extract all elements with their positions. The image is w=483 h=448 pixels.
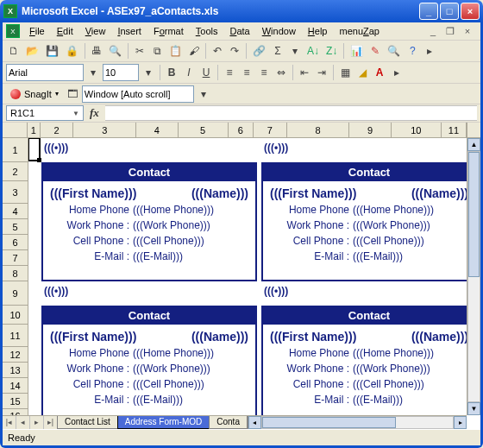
- borders-icon[interactable]: ▦: [337, 64, 353, 81]
- row-header[interactable]: 10: [3, 306, 28, 325]
- menu-data[interactable]: Data: [223, 24, 255, 38]
- menu-help[interactable]: Help: [302, 24, 334, 38]
- sort-desc-icon[interactable]: Z↓: [323, 42, 340, 60]
- row-header[interactable]: 6: [3, 235, 28, 250]
- sort-asc-icon[interactable]: A↓: [304, 42, 322, 60]
- font-color-icon[interactable]: A: [372, 64, 387, 81]
- bold-icon[interactable]: B: [164, 64, 179, 81]
- print-preview-icon[interactable]: 🔍: [106, 42, 124, 60]
- row-header[interactable]: 13: [3, 363, 28, 378]
- col-header[interactable]: 4: [136, 123, 178, 138]
- menu-file[interactable]: File: [23, 24, 51, 38]
- new-icon[interactable]: 🗋: [6, 42, 22, 60]
- doc-restore-button[interactable]: ❐: [444, 25, 456, 37]
- row-header[interactable]: 9: [3, 281, 28, 306]
- menu-edit[interactable]: Edit: [51, 24, 79, 38]
- menu-format[interactable]: Format: [147, 24, 190, 38]
- fx-icon[interactable]: fx: [86, 106, 103, 120]
- snagit-window-icon[interactable]: 🗔: [65, 85, 80, 103]
- dropdown-icon[interactable]: ▾: [287, 42, 303, 60]
- format-painter-icon[interactable]: 🖌: [186, 42, 202, 60]
- col-header[interactable]: 6: [229, 123, 254, 138]
- col-header[interactable]: 3: [73, 123, 136, 138]
- vertical-scrollbar[interactable]: ▲ ▼: [467, 123, 480, 414]
- row-header[interactable]: 1: [3, 138, 28, 162]
- doc-minimize-button[interactable]: _: [427, 25, 439, 37]
- vscroll-thumb[interactable]: [468, 152, 480, 276]
- select-all-button[interactable]: [3, 123, 28, 138]
- row-header[interactable]: 11: [3, 325, 28, 347]
- workbook-icon[interactable]: X: [6, 24, 20, 38]
- row-header[interactable]: 5: [3, 219, 28, 235]
- formula-bar[interactable]: [105, 105, 477, 121]
- align-center-icon[interactable]: ≡: [239, 64, 254, 81]
- menu-window[interactable]: Window: [256, 24, 302, 38]
- font-size-dd-icon[interactable]: ▾: [141, 64, 156, 81]
- menu-tools[interactable]: Tools: [190, 24, 224, 38]
- hscroll-thumb[interactable]: [262, 417, 396, 428]
- col-header[interactable]: 5: [179, 123, 229, 138]
- indent-decrease-icon[interactable]: ⇤: [297, 64, 312, 81]
- name-box-dd-icon[interactable]: ▼: [72, 110, 79, 117]
- sheet-tab[interactable]: Conta: [209, 416, 248, 429]
- drawing-icon[interactable]: ✎: [367, 42, 383, 60]
- hyperlink-icon[interactable]: 🔗: [250, 42, 268, 60]
- tab-last-icon[interactable]: ▸|: [44, 416, 58, 429]
- row-header[interactable]: 8: [3, 266, 28, 281]
- merge-center-icon[interactable]: ⇔: [273, 64, 289, 81]
- font-name-select[interactable]: [6, 64, 84, 81]
- open-icon[interactable]: 📂: [23, 42, 41, 60]
- sheet-grid[interactable]: (((•)))(((•)))Contact(((First Name)))(((…: [28, 138, 467, 414]
- align-left-icon[interactable]: ≡: [222, 64, 237, 81]
- scroll-up-icon[interactable]: ▲: [467, 138, 480, 151]
- fill-color-icon[interactable]: ◢: [354, 64, 370, 81]
- row-header[interactable]: 3: [3, 181, 28, 204]
- sheet-tab[interactable]: Contact List: [57, 416, 118, 429]
- snagit-window-select[interactable]: [82, 85, 194, 103]
- snagit-button[interactable]: SnagIt ▾: [6, 87, 63, 101]
- font-size-select[interactable]: [103, 64, 139, 81]
- row-header[interactable]: 15: [3, 394, 28, 409]
- undo-icon[interactable]: ↶: [210, 42, 225, 60]
- sheet-tab[interactable]: Address Form-MOD: [117, 416, 210, 429]
- name-box[interactable]: R1C1 ▼: [6, 105, 84, 121]
- menu-menuzap[interactable]: menuZap: [333, 24, 386, 38]
- close-button[interactable]: ×: [461, 3, 480, 20]
- print-icon[interactable]: 🖶: [89, 42, 104, 60]
- row-header[interactable]: 7: [3, 250, 28, 266]
- save-icon[interactable]: 💾: [43, 42, 61, 60]
- tab-first-icon[interactable]: |◂: [3, 416, 16, 429]
- scroll-down-icon[interactable]: ▼: [467, 402, 480, 415]
- col-header[interactable]: 8: [287, 123, 350, 138]
- snagit-window-dd-icon[interactable]: ▾: [196, 85, 211, 103]
- row-header[interactable]: 4: [3, 204, 28, 219]
- tab-prev-icon[interactable]: ◂: [16, 416, 30, 429]
- col-header[interactable]: 9: [349, 123, 391, 138]
- maximize-button[interactable]: □: [440, 3, 459, 20]
- snagit-dd-icon[interactable]: ▾: [55, 90, 59, 98]
- menu-insert[interactable]: Insert: [111, 24, 147, 38]
- row-header[interactable]: 14: [3, 378, 28, 394]
- minimize-button[interactable]: _: [419, 3, 438, 20]
- autosum-icon[interactable]: Σ: [270, 42, 285, 60]
- zoom-icon[interactable]: 🔍: [385, 42, 403, 60]
- copy-icon[interactable]: ⧉: [149, 42, 165, 60]
- doc-close-button[interactable]: ×: [461, 25, 474, 37]
- more-icon[interactable]: ▸: [422, 42, 437, 60]
- underline-icon[interactable]: U: [198, 64, 214, 81]
- align-right-icon[interactable]: ≡: [256, 64, 272, 81]
- row-header[interactable]: 12: [3, 347, 28, 363]
- col-header[interactable]: 11: [442, 123, 467, 138]
- permission-icon[interactable]: 🔒: [63, 42, 81, 60]
- more-formatting-icon[interactable]: ▸: [389, 64, 405, 81]
- italic-icon[interactable]: I: [181, 64, 197, 81]
- menu-view[interactable]: View: [79, 24, 112, 38]
- chart-icon[interactable]: 📊: [348, 42, 366, 60]
- help-icon[interactable]: ?: [405, 42, 420, 60]
- col-header[interactable]: 1: [28, 123, 41, 138]
- cut-icon[interactable]: ✂: [132, 42, 147, 60]
- scroll-left-icon[interactable]: ◂: [248, 416, 261, 429]
- scroll-right-icon[interactable]: ▸: [454, 416, 467, 429]
- redo-icon[interactable]: ↷: [227, 42, 242, 60]
- row-header[interactable]: 2: [3, 162, 28, 181]
